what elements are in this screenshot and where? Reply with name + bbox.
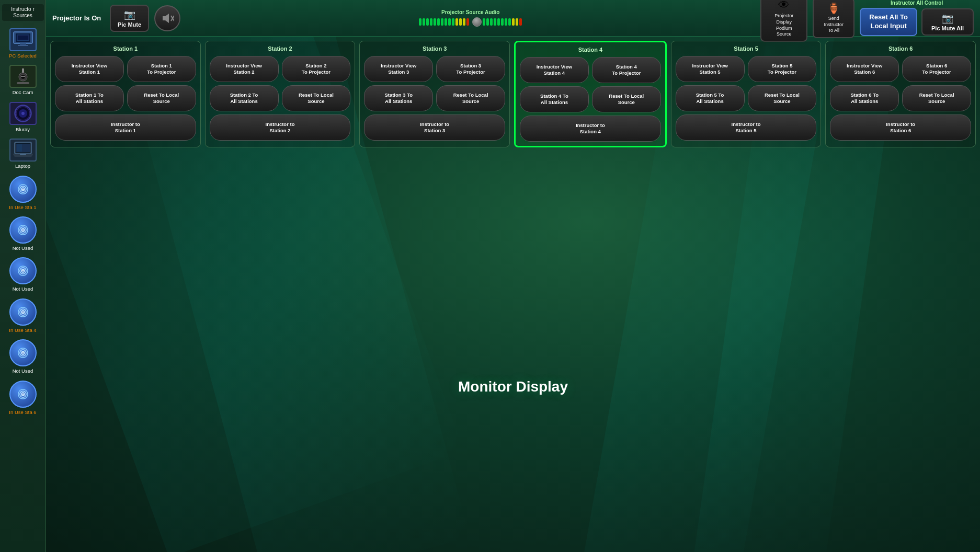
meter-bar xyxy=(459,18,462,26)
svg-point-16 xyxy=(21,112,25,115)
sidebar-label-sta1: In Use Sta 1 xyxy=(9,204,36,210)
station-btn-station3-2[interactable]: Station 3 To All Stations xyxy=(364,85,433,111)
meter-bar xyxy=(486,18,489,26)
station-btn-station6-0[interactable]: Instructor View Station 6 xyxy=(830,56,899,82)
station-btn-station4-4[interactable]: Instructor to Station 4 xyxy=(520,116,661,142)
spiral-icon-sta5 xyxy=(9,339,37,366)
topbar: Projector Is On 📷 Pic Mute Projector Sou… xyxy=(46,0,980,37)
sidebar-item-sta4[interactable]: In Use Sta 4 xyxy=(1,296,45,335)
meter-bar xyxy=(483,18,485,26)
svg-point-25 xyxy=(22,188,24,190)
meter-bar xyxy=(501,18,504,26)
station-btn-station5-2[interactable]: Station 5 To All Stations xyxy=(676,85,745,111)
sidebar-item-sta5[interactable]: Not Used xyxy=(1,337,45,376)
station-header-station2: Station 2 xyxy=(210,45,351,52)
station-btn-station2-2[interactable]: Station 2 To All Stations xyxy=(210,85,279,111)
station-box-station3: Station 3Instructor View Station 3Statio… xyxy=(359,41,510,147)
station-btn-station1-1[interactable]: Station 1 To Projector xyxy=(127,56,196,82)
projector-display-podium-button[interactable]: 👁 Projector Display Podium Source xyxy=(760,0,807,42)
station-buttons-station2: Instructor View Station 2Station 2 To Pr… xyxy=(210,56,351,141)
sidebar-label-bluray: Bluray xyxy=(16,126,30,132)
station-btn-station4-2[interactable]: Station 4 To All Stations xyxy=(520,86,589,112)
station-btn-station6-4[interactable]: Instructor to Station 6 xyxy=(830,114,971,141)
svg-marker-31 xyxy=(163,14,169,23)
station-btn-station2-0[interactable]: Instructor View Station 2 xyxy=(210,56,279,82)
bluray-icon xyxy=(9,102,37,125)
station-btn-station1-0[interactable]: Instructor View Station 1 xyxy=(55,56,124,82)
monitor-display-label: Monitor Display xyxy=(458,378,568,395)
station-btn-station3-4[interactable]: Instructor to Station 3 xyxy=(364,114,505,141)
sidebar-item-doccam[interactable]: Doc Cam xyxy=(1,63,45,97)
svg-rect-3 xyxy=(20,43,26,45)
volume-knob[interactable] xyxy=(472,17,482,27)
station-header-station4: Station 4 xyxy=(520,47,661,53)
sidebar-item-pc[interactable]: PC Selected xyxy=(1,26,45,61)
station-btn-station4-3[interactable]: Reset To Local Source xyxy=(592,86,661,112)
laptop-icon xyxy=(9,139,37,162)
station-buttons-station6: Instructor View Station 6Station 6 To Pr… xyxy=(830,56,971,141)
station-btn-station5-0[interactable]: Instructor View Station 5 xyxy=(676,56,745,82)
send-instructor-to-all-button[interactable]: 🏺 Send Instructor To All xyxy=(813,0,854,38)
station-btn-station5-3[interactable]: Reset To Local Source xyxy=(748,85,817,111)
pic-mute-all-button[interactable]: 📷 Pic Mute All xyxy=(921,8,974,36)
station-btn-station2-3[interactable]: Reset To Local Source xyxy=(282,85,351,111)
svg-rect-4 xyxy=(18,45,28,46)
projector-on-label: Projector Is On xyxy=(52,14,105,22)
camera-icon: 📷 xyxy=(124,9,135,20)
meter-bar xyxy=(419,18,421,26)
pic-mute-label: Pic Mute xyxy=(118,21,141,28)
stations-grid: Station 1Instructor View Station 1Statio… xyxy=(46,37,980,152)
station-buttons-station3: Instructor View Station 3Station 3 To Pr… xyxy=(364,56,505,141)
sidebar-label-sta2: Not Used xyxy=(13,245,33,251)
pic-mute-button[interactable]: 📷 Pic Mute xyxy=(110,5,149,32)
meter-bar xyxy=(430,18,432,26)
station-btn-station2-1[interactable]: Station 2 To Projector xyxy=(282,56,351,82)
sidebar-item-sta3[interactable]: Not Used xyxy=(1,255,45,294)
station-btn-station6-3[interactable]: Reset To Local Source xyxy=(902,85,971,111)
sidebar-item-sta6[interactable]: In Use Sta 6 xyxy=(1,378,45,417)
svg-point-26 xyxy=(22,229,24,231)
svg-rect-12 xyxy=(21,76,25,77)
meter-bar xyxy=(423,18,425,26)
meter-bar xyxy=(516,18,518,26)
projector-icon: 👁 xyxy=(778,0,790,12)
svg-point-30 xyxy=(22,393,24,395)
station-btn-station5-4[interactable]: Instructor to Station 5 xyxy=(676,114,817,141)
station-btn-station2-4[interactable]: Instructor to Station 2 xyxy=(210,114,351,141)
station-btn-station4-0[interactable]: Instructor View Station 4 xyxy=(520,57,589,83)
send-icon: 🏺 xyxy=(827,2,840,15)
audio-label: Projector Source Audio xyxy=(441,9,499,15)
pic-mute-all-label: Pic Mute All xyxy=(931,25,964,31)
station-btn-station6-2[interactable]: Station 6 To All Stations xyxy=(830,85,899,111)
station-btn-station1-3[interactable]: Reset To Local Source xyxy=(127,85,196,111)
sidebar-item-sta1[interactable]: In Use Sta 1 xyxy=(1,174,45,212)
sidebar-item-bluray[interactable]: Bluray xyxy=(1,100,45,134)
station-btn-station1-2[interactable]: Station 1 To All Stations xyxy=(55,85,124,111)
svg-rect-23 xyxy=(20,154,26,155)
station-buttons-station5: Instructor View Station 5Station 5 To Pr… xyxy=(676,56,817,141)
sidebar-item-laptop[interactable]: Laptop xyxy=(1,136,45,171)
spiral-icon-sta4 xyxy=(9,298,37,326)
spiral-icon-sta6 xyxy=(9,381,37,408)
spiral-icon-sta3 xyxy=(9,257,37,284)
instructor-all-control-section: Instructor All Control Reset All To Loca… xyxy=(860,0,974,36)
station-btn-station3-0[interactable]: Instructor View Station 3 xyxy=(364,56,433,82)
sidebar-item-sta2[interactable]: Not Used xyxy=(1,214,45,253)
reset-all-local-input-button[interactable]: Reset All To Local Input xyxy=(860,8,917,36)
station-header-station1: Station 1 xyxy=(55,45,196,52)
station-header-station3: Station 3 xyxy=(364,45,505,52)
station-btn-station4-1[interactable]: Station 4 To Projector xyxy=(592,57,661,83)
spiral-icon-sta2 xyxy=(9,216,37,244)
mute-button[interactable] xyxy=(154,5,180,31)
meter-bar xyxy=(463,18,465,26)
station-btn-station6-1[interactable]: Station 6 To Projector xyxy=(902,56,971,82)
svg-rect-24 xyxy=(17,144,22,152)
meter-bar xyxy=(448,18,451,26)
instructor-all-control-label: Instructor All Control xyxy=(891,0,943,6)
station-btn-station5-1[interactable]: Station 5 To Projector xyxy=(748,56,817,82)
meter-bar xyxy=(497,18,500,26)
station-btn-station3-1[interactable]: Station 3 To Projector xyxy=(436,56,505,82)
sidebar-label-sta6: In Use Sta 6 xyxy=(9,409,36,415)
station-btn-station1-4[interactable]: Instructor to Station 1 xyxy=(55,114,196,141)
station-btn-station3-3[interactable]: Reset To Local Source xyxy=(436,85,505,111)
